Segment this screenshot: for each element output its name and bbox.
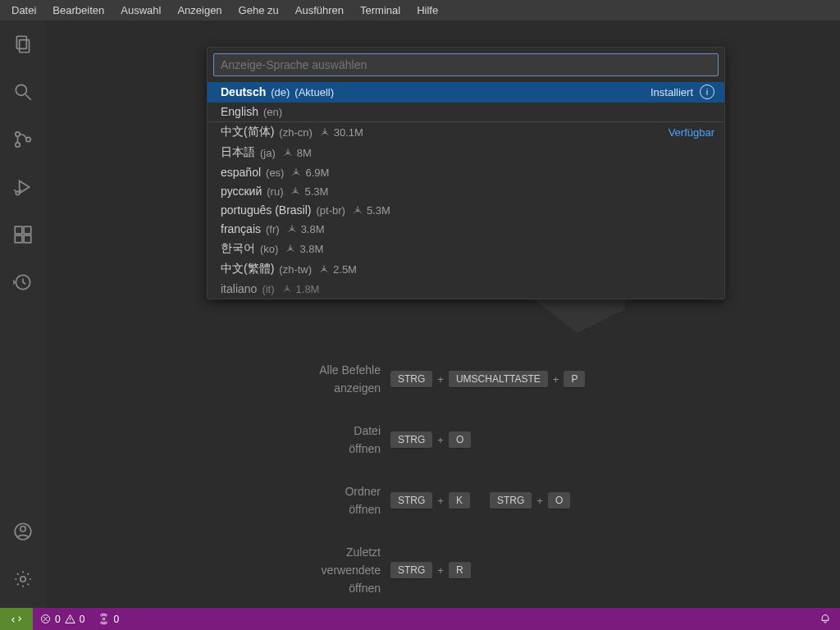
- download-count: 1.8M: [296, 283, 320, 295]
- language-code: (ko): [260, 243, 278, 255]
- language-code: (ja): [260, 147, 276, 159]
- menu-auswahl[interactable]: Auswahl: [112, 1, 169, 20]
- language-name: français: [221, 222, 261, 235]
- info-icon[interactable]: i: [700, 84, 714, 99]
- ports-count: 0: [113, 614, 119, 625]
- download-icon: [319, 126, 331, 138]
- language-option[interactable]: 日本語(ja)8M: [208, 143, 724, 163]
- language-option[interactable]: русский(ru)5.3M: [208, 182, 724, 201]
- language-picker-list[interactable]: Deutsch(de) (Aktuell)InstalliertiEnglish…: [208, 82, 724, 299]
- menu-gehe zu[interactable]: Gehe zu: [231, 1, 287, 20]
- status-ports[interactable]: 0: [91, 613, 126, 625]
- editor-area: Alle Befehle anzeigenSTRG+UMSCHALTTASTE+…: [46, 21, 840, 608]
- keycap: STRG: [390, 371, 432, 388]
- language-option[interactable]: 한국어(ko)3.8M: [208, 239, 724, 259]
- keycap: K: [449, 492, 470, 509]
- language-code: (it): [262, 283, 274, 295]
- svg-point-16: [21, 577, 26, 582]
- language-code: (en): [263, 106, 282, 118]
- explorer-icon[interactable]: [3, 25, 43, 64]
- keycap: O: [548, 492, 570, 509]
- svg-point-15: [21, 527, 26, 532]
- keycap: STRG: [490, 492, 532, 509]
- welcome-shortcuts: Alle Befehle anzeigenSTRG+UMSCHALTTASTE+…: [46, 361, 840, 622]
- run-debug-icon[interactable]: [3, 167, 43, 207]
- svg-rect-9: [15, 226, 22, 234]
- language-code: (de): [271, 86, 290, 98]
- language-option[interactable]: español(es)6.9M: [208, 163, 724, 182]
- svg-point-5: [16, 143, 20, 147]
- activity-bar: [0, 21, 46, 608]
- activity-bar-top: [3, 21, 43, 306]
- account-icon[interactable]: [3, 512, 43, 551]
- language-option[interactable]: português (Brasil)(pt-br)5.3M: [208, 201, 724, 220]
- extensions-icon[interactable]: [3, 215, 43, 254]
- status-notifications[interactable]: [819, 611, 840, 627]
- download-count: 2.5M: [333, 263, 357, 276]
- settings-gear-icon[interactable]: [3, 559, 43, 599]
- shortcut-label: Datei öffnen: [46, 422, 390, 458]
- warning-count: 0: [80, 614, 85, 625]
- download-count: 3.8M: [299, 243, 323, 255]
- download-icon: [286, 223, 298, 235]
- svg-point-8: [16, 191, 19, 194]
- shortcut-hint: Datei öffnenSTRG+O: [46, 422, 840, 458]
- svg-rect-1: [20, 40, 30, 52]
- download-count: 3.8M: [301, 223, 325, 235]
- search-icon[interactable]: [3, 72, 43, 112]
- svg-rect-11: [15, 235, 22, 243]
- shortcut-keys: STRG+KSTRG+O: [390, 492, 570, 509]
- shortcut-label: Ordner öffnen: [46, 482, 390, 518]
- language-code: (ru): [267, 185, 283, 198]
- svg-point-4: [16, 132, 20, 136]
- svg-rect-12: [24, 235, 31, 243]
- language-name: русский: [221, 185, 262, 198]
- svg-line-3: [25, 94, 31, 100]
- language-option[interactable]: italiano(it)1.8M: [208, 280, 724, 299]
- error-count: 0: [55, 614, 61, 625]
- menu-bar: DateiBearbeitenAuswahlAnzeigenGehe zuAus…: [0, 0, 840, 21]
- shortcut-keys: STRG+UMSCHALTTASTE+P: [390, 371, 585, 388]
- language-name: 日本語: [221, 145, 255, 160]
- svg-marker-7: [20, 180, 30, 193]
- download-count: 30.1M: [334, 126, 363, 139]
- language-name: 中文(简体): [221, 125, 274, 139]
- language-option[interactable]: français(fr)3.8M: [208, 220, 724, 239]
- installed-badge: Installiert: [651, 86, 693, 98]
- source-control-icon[interactable]: [3, 120, 43, 159]
- language-code: (es): [266, 167, 284, 179]
- menu-terminal[interactable]: Terminal: [352, 1, 409, 20]
- menu-hilfe[interactable]: Hilfe: [409, 1, 446, 20]
- shortcut-keys: STRG+R: [390, 562, 471, 579]
- svg-point-2: [16, 84, 26, 95]
- history-icon[interactable]: [3, 262, 43, 302]
- download-icon: [281, 283, 293, 294]
- keycap: STRG: [390, 431, 432, 449]
- svg-point-22: [103, 618, 106, 620]
- download-count: 6.9M: [305, 167, 329, 179]
- available-label: Verfügbar: [669, 126, 714, 139]
- language-name: 한국어: [221, 241, 255, 256]
- status-problems[interactable]: 0 0: [33, 613, 91, 625]
- menu-ausführen[interactable]: Ausführen: [287, 1, 352, 20]
- remote-indicator[interactable]: [0, 608, 33, 630]
- language-name: italiano: [221, 282, 257, 295]
- language-name: English: [221, 105, 258, 118]
- language-option[interactable]: 中文(简体)(zh-cn)30.1MVerfügbar: [208, 122, 724, 143]
- language-name: português (Brasil): [221, 203, 312, 217]
- language-option[interactable]: Deutsch(de) (Aktuell)Installierti: [208, 82, 724, 103]
- menu-anzeigen[interactable]: Anzeigen: [169, 1, 230, 20]
- activity-bar-bottom: [3, 508, 43, 603]
- language-picker-input[interactable]: [213, 53, 719, 76]
- shortcut-label: Alle Befehle anzeigen: [46, 361, 390, 397]
- svg-point-6: [26, 137, 30, 141]
- language-name: español: [221, 166, 261, 179]
- language-option[interactable]: English(en): [208, 103, 724, 121]
- menu-datei[interactable]: Datei: [3, 1, 44, 20]
- keycap: UMSCHALTTASTE: [449, 371, 548, 388]
- shortcut-label: Zuletzt verwendete öffnen: [46, 543, 390, 597]
- keycap: STRG: [390, 492, 432, 509]
- language-option[interactable]: 中文(繁體)(zh-tw)2.5M: [208, 259, 724, 280]
- download-icon: [318, 263, 330, 275]
- menu-bearbeiten[interactable]: Bearbeiten: [44, 1, 112, 20]
